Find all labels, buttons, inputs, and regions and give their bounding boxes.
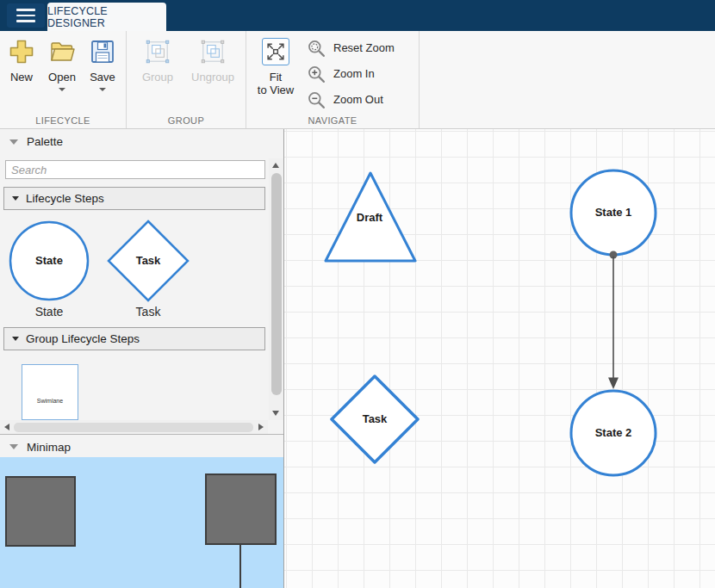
scroll-down-icon[interactable]	[272, 411, 279, 416]
fit-label-line2: to View	[258, 84, 294, 96]
palette-header[interactable]: Palette	[0, 129, 283, 154]
menu-button[interactable]	[7, 3, 45, 28]
scroll-left-icon[interactable]	[4, 424, 9, 430]
tab-lifecycle-designer[interactable]: LIFECYCLE DESIGNER	[47, 3, 166, 31]
node-state1-label: State 1	[595, 206, 632, 219]
save-button[interactable]: Save	[83, 38, 122, 91]
section-caption-navigate: NAVIGATE	[246, 115, 419, 126]
save-dropdown-icon[interactable]	[99, 88, 106, 91]
minimap-view[interactable]	[0, 457, 283, 588]
zoom-in-icon	[307, 65, 326, 84]
expand-chevron-icon	[12, 196, 19, 201]
node-draft[interactable]: Draft	[326, 173, 415, 261]
group-icon	[144, 38, 171, 65]
save-label: Save	[90, 71, 115, 84]
section-caption-lifecycle: LIFECYCLE	[0, 115, 126, 126]
ungroup-icon	[199, 38, 227, 65]
collapse-chevron-icon	[9, 444, 18, 449]
palette-task-caption: Task	[114, 305, 183, 319]
collapse-chevron-icon	[9, 139, 18, 145]
scroll-up-icon[interactable]	[272, 163, 279, 168]
new-label: New	[10, 71, 33, 84]
open-dropdown-icon[interactable]	[59, 88, 65, 91]
fit-label-line1: Fit	[270, 71, 282, 84]
reset-zoom-icon	[307, 39, 326, 58]
lifecycle-steps-label: Lifecycle Steps	[26, 192, 104, 205]
palette-task-shape-label: Task	[136, 254, 161, 267]
section-caption-group: GROUP	[127, 115, 246, 126]
palette-swimlane-label: Swimlane	[22, 398, 78, 404]
vertical-scroll-thumb[interactable]	[271, 173, 282, 395]
palette-swimlane-shape[interactable]: Swimlane	[22, 364, 78, 420]
reset-zoom-label: Reset Zoom	[333, 41, 395, 54]
tab-label: LIFECYCLE DESIGNER	[47, 5, 166, 29]
diagram-canvas[interactable]: Draft State 1 Task State 2	[284, 129, 715, 588]
save-floppy-icon	[89, 38, 116, 65]
node-state1[interactable]: State 1	[571, 170, 656, 255]
zoom-out-button[interactable]: Zoom Out	[307, 90, 395, 109]
zoom-out-icon	[307, 90, 326, 109]
open-label: Open	[48, 71, 76, 84]
hamburger-icon	[16, 15, 35, 17]
ungroup-button[interactable]: Ungroup	[183, 38, 242, 84]
lifecycle-designer-app: LIFECYCLE DESIGNER New Open	[0, 0, 715, 588]
minimap-edge	[239, 544, 241, 588]
palette-task-shape[interactable]: Task	[109, 221, 188, 300]
section-lifecycle-steps[interactable]: Lifecycle Steps	[3, 187, 265, 210]
new-button[interactable]: New	[2, 38, 41, 84]
zoom-out-label: Zoom Out	[333, 93, 383, 106]
transition-arrow[interactable]	[608, 251, 619, 390]
horizontal-scroll-thumb[interactable]	[14, 423, 253, 432]
palette-state-caption: State	[15, 305, 84, 319]
node-task[interactable]: Task	[332, 376, 418, 462]
node-task-label: Task	[363, 412, 388, 425]
toolbar-section-lifecycle: New Open Save	[0, 31, 127, 128]
hamburger-icon	[16, 9, 35, 11]
toolbar-ribbon: New Open Save	[0, 31, 715, 129]
fit-to-view-icon	[262, 38, 289, 65]
zoom-in-button[interactable]: Zoom In	[307, 64, 395, 84]
toolbar-section-navigate: Fit to View Reset Zoom	[246, 31, 420, 128]
palette-state-shape[interactable]: State	[10, 222, 88, 300]
new-plus-icon	[8, 38, 35, 65]
hamburger-icon	[16, 20, 35, 22]
palette-horizontal-scrollbar[interactable]	[0, 420, 268, 434]
ungroup-label: Ungroup	[191, 71, 234, 84]
arrowhead-icon	[608, 378, 619, 390]
palette-vertical-scrollbar[interactable]	[269, 158, 283, 420]
diagram-layer: Draft State 1 Task State 2	[284, 129, 715, 588]
node-draft-label: Draft	[357, 211, 383, 224]
node-state2[interactable]: State 2	[571, 391, 656, 475]
palette-search-input[interactable]	[5, 160, 265, 179]
minimap-title: Minimap	[27, 441, 71, 454]
group-lifecycle-steps-label: Group Lifecycle Steps	[26, 332, 140, 345]
reset-zoom-button[interactable]: Reset Zoom	[307, 38, 395, 58]
open-folder-icon	[48, 38, 76, 65]
expand-chevron-icon	[12, 337, 19, 341]
fit-to-view-button[interactable]: Fit to View	[250, 38, 302, 96]
group-button[interactable]: Group	[134, 38, 182, 84]
scroll-right-icon[interactable]	[258, 424, 264, 430]
minimap-node	[5, 476, 76, 547]
toolbar-section-group: Group Ungroup GROUP	[127, 31, 246, 128]
open-button[interactable]: Open	[42, 38, 82, 91]
titlebar: LIFECYCLE DESIGNER	[0, 0, 715, 31]
zoom-in-label: Zoom In	[333, 67, 375, 80]
section-group-lifecycle-steps[interactable]: Group Lifecycle Steps	[3, 327, 265, 350]
group-label: Group	[142, 71, 173, 84]
left-panel: Palette Lifecycle Steps State Task State…	[0, 129, 284, 588]
palette-title: Palette	[27, 135, 63, 148]
minimap-node	[205, 473, 277, 545]
node-state2-label: State 2	[595, 426, 632, 439]
minimap-header[interactable]: Minimap	[0, 435, 283, 460]
palette-state-shape-label: State	[35, 254, 63, 267]
